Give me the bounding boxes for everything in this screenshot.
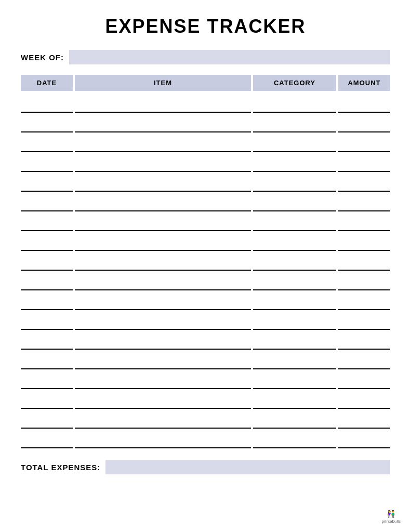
cell-date-0[interactable] [21, 100, 73, 113]
cell-amount-10[interactable] [338, 298, 390, 310]
data-rows [21, 95, 390, 450]
cell-item-9[interactable] [75, 278, 251, 290]
cell-date-1[interactable] [21, 120, 73, 132]
cell-category-17[interactable] [253, 436, 336, 448]
cell-date-2[interactable] [21, 140, 73, 152]
cell-date-8[interactable] [21, 258, 73, 271]
cell-category-15[interactable] [253, 396, 336, 409]
cell-item-4[interactable] [75, 179, 251, 192]
header-amount: AMOUNT [338, 75, 390, 91]
cell-item-10[interactable] [75, 298, 251, 310]
cell-date-5[interactable] [21, 199, 73, 211]
cell-category-3[interactable] [253, 159, 336, 172]
table-row [21, 292, 390, 312]
cell-amount-11[interactable] [338, 317, 390, 330]
table-row [21, 115, 390, 135]
cell-category-2[interactable] [253, 140, 336, 152]
cell-category-4[interactable] [253, 179, 336, 192]
cell-item-17[interactable] [75, 436, 251, 448]
cell-date-13[interactable] [21, 357, 73, 369]
table-row [21, 352, 390, 371]
table-row [21, 312, 390, 332]
cell-category-14[interactable] [253, 377, 336, 389]
table-row [21, 253, 390, 273]
cell-date-3[interactable] [21, 159, 73, 172]
cell-item-6[interactable] [75, 219, 251, 231]
cell-amount-3[interactable] [338, 159, 390, 172]
cell-date-14[interactable] [21, 377, 73, 389]
cell-date-4[interactable] [21, 179, 73, 192]
cell-date-7[interactable] [21, 238, 73, 251]
cell-date-17[interactable] [21, 436, 73, 448]
cell-item-1[interactable] [75, 120, 251, 132]
cell-item-14[interactable] [75, 377, 251, 389]
cell-category-6[interactable] [253, 219, 336, 231]
watermark-icon: 👫 [382, 510, 401, 518]
cell-date-15[interactable] [21, 396, 73, 409]
cell-date-16[interactable] [21, 416, 73, 429]
table-row [21, 391, 390, 411]
cell-category-1[interactable] [253, 120, 336, 132]
table-row [21, 233, 390, 253]
header-item: ITEM [75, 75, 251, 91]
total-label: TOTAL EXPENSES: [21, 463, 100, 472]
cell-category-9[interactable] [253, 278, 336, 290]
cell-item-12[interactable] [75, 337, 251, 350]
cell-category-13[interactable] [253, 357, 336, 369]
cell-category-12[interactable] [253, 337, 336, 350]
table-row [21, 411, 390, 431]
cell-item-5[interactable] [75, 199, 251, 211]
cell-date-10[interactable] [21, 298, 73, 310]
cell-amount-6[interactable] [338, 219, 390, 231]
cell-category-8[interactable] [253, 258, 336, 271]
cell-date-6[interactable] [21, 219, 73, 231]
cell-amount-17[interactable] [338, 436, 390, 448]
table-row [21, 95, 390, 115]
cell-amount-5[interactable] [338, 199, 390, 211]
cell-item-0[interactable] [75, 100, 251, 113]
page-title: EXPENSE TRACKER [21, 16, 390, 37]
table-row [21, 371, 390, 391]
header-category: CATEGORY [253, 75, 336, 91]
table-row [21, 194, 390, 214]
cell-amount-15[interactable] [338, 396, 390, 409]
table-row [21, 174, 390, 194]
cell-amount-12[interactable] [338, 337, 390, 350]
table-row [21, 332, 390, 352]
cell-item-13[interactable] [75, 357, 251, 369]
cell-category-5[interactable] [253, 199, 336, 211]
week-of-label: WEEK OF: [21, 53, 64, 62]
table-header: DATE ITEM CATEGORY AMOUNT [21, 75, 390, 91]
cell-category-16[interactable] [253, 416, 336, 429]
cell-date-11[interactable] [21, 317, 73, 330]
cell-item-7[interactable] [75, 238, 251, 251]
week-of-row: WEEK OF: [21, 50, 390, 64]
table-row [21, 431, 390, 450]
cell-item-8[interactable] [75, 258, 251, 271]
cell-date-9[interactable] [21, 278, 73, 290]
cell-amount-4[interactable] [338, 179, 390, 192]
cell-date-12[interactable] [21, 337, 73, 350]
cell-item-3[interactable] [75, 159, 251, 172]
week-of-field[interactable] [69, 50, 390, 64]
cell-amount-1[interactable] [338, 120, 390, 132]
cell-amount-13[interactable] [338, 357, 390, 369]
cell-item-11[interactable] [75, 317, 251, 330]
cell-amount-8[interactable] [338, 258, 390, 271]
cell-item-15[interactable] [75, 396, 251, 409]
cell-category-10[interactable] [253, 298, 336, 310]
cell-amount-7[interactable] [338, 238, 390, 251]
cell-item-16[interactable] [75, 416, 251, 429]
table-row [21, 273, 390, 292]
cell-amount-14[interactable] [338, 377, 390, 389]
table-row [21, 154, 390, 174]
cell-category-11[interactable] [253, 317, 336, 330]
cell-amount-2[interactable] [338, 140, 390, 152]
total-field[interactable] [105, 460, 390, 474]
cell-amount-16[interactable] [338, 416, 390, 429]
cell-amount-9[interactable] [338, 278, 390, 290]
cell-category-7[interactable] [253, 238, 336, 251]
cell-item-2[interactable] [75, 140, 251, 152]
cell-category-0[interactable] [253, 100, 336, 113]
cell-amount-0[interactable] [338, 100, 390, 113]
